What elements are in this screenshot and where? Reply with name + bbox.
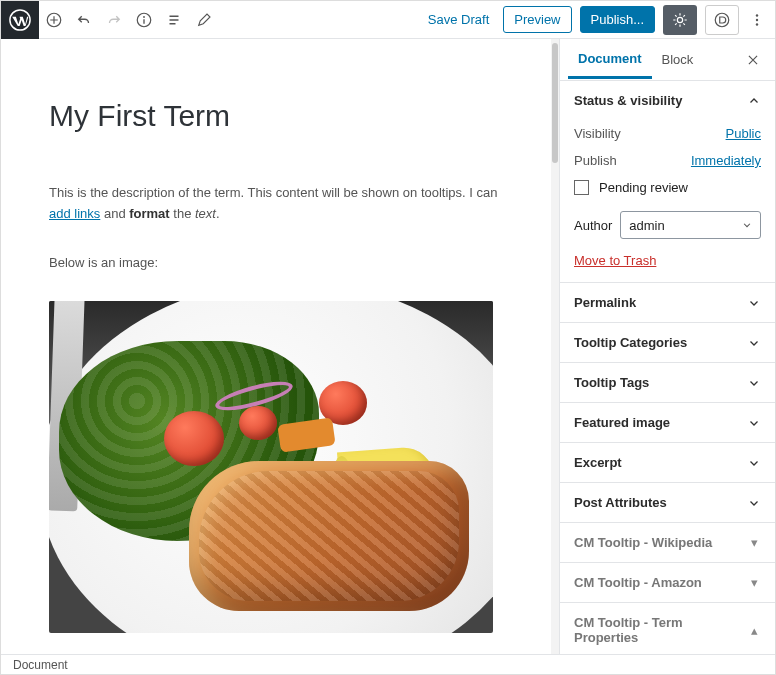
author-row: Author admin: [574, 201, 761, 239]
panel-toggle-status[interactable]: Status & visibility: [560, 81, 775, 120]
save-draft-button[interactable]: Save Draft: [422, 12, 495, 27]
chevron-down-icon: [742, 220, 752, 230]
visibility-label: Visibility: [574, 126, 621, 141]
svg-point-8: [756, 23, 758, 25]
move-to-trash-link[interactable]: Move to Trash: [574, 253, 656, 268]
list-icon: [165, 11, 183, 29]
text: the: [170, 206, 195, 221]
svg-point-4: [677, 17, 682, 22]
undo-button[interactable]: [69, 1, 99, 39]
chevron-down-icon: [747, 337, 761, 349]
chevron-down-icon: [747, 497, 761, 509]
visibility-row: Visibility Public: [574, 120, 761, 147]
panel-toggle-post-attributes[interactable]: Post Attributes: [560, 483, 775, 522]
info-icon: [135, 11, 153, 29]
panel-title: Tooltip Categories: [574, 335, 687, 350]
post-title[interactable]: My First Term: [49, 99, 503, 133]
publish-button[interactable]: Publish...: [580, 6, 655, 33]
panel-toggle-excerpt[interactable]: Excerpt: [560, 443, 775, 482]
pending-review-row: Pending review: [574, 174, 761, 201]
settings-sidebar: Document Block Status & visibility Visib…: [559, 39, 775, 654]
outline-button[interactable]: [159, 1, 189, 39]
wordpress-icon: [9, 9, 31, 31]
chevron-down-icon: [747, 297, 761, 309]
d-circle-icon: [713, 11, 731, 29]
link-add-links[interactable]: add links: [49, 206, 100, 221]
sidebar-scrollbar[interactable]: [551, 39, 559, 654]
breadcrumb-document: Document: [13, 658, 68, 672]
author-label: Author: [574, 218, 612, 233]
pending-review-checkbox[interactable]: [574, 180, 589, 195]
triangle-down-icon: ▾: [747, 535, 761, 550]
svg-point-6: [756, 14, 758, 16]
editor-canvas[interactable]: My First Term This is the description of…: [1, 39, 551, 654]
settings-button[interactable]: [663, 5, 697, 35]
panel-toggle-tooltip-tags[interactable]: Tooltip Tags: [560, 363, 775, 402]
ellipsis-vertical-icon: [748, 11, 766, 29]
top-toolbar: Save Draft Preview Publish...: [1, 1, 775, 39]
chevron-up-icon: [747, 95, 761, 107]
panel-title: Status & visibility: [574, 93, 682, 108]
panel-toggle-tooltip-categories[interactable]: Tooltip Categories: [560, 323, 775, 362]
footer-breadcrumb[interactable]: Document: [1, 654, 775, 674]
panel-toggle-cm-amazon[interactable]: CM Tooltip - Amazon▾: [560, 563, 775, 602]
publish-value[interactable]: Immediately: [691, 153, 761, 168]
panel-title: Excerpt: [574, 455, 622, 470]
close-icon: [746, 53, 760, 67]
triangle-down-icon: ▾: [747, 575, 761, 590]
info-button[interactable]: [129, 1, 159, 39]
pencil-icon: [195, 11, 213, 29]
redo-icon: [105, 11, 123, 29]
chevron-down-icon: [747, 417, 761, 429]
text: .: [216, 206, 220, 221]
panel-title: Post Attributes: [574, 495, 667, 510]
panel-toggle-permalink[interactable]: Permalink: [560, 283, 775, 322]
svg-point-5: [715, 13, 729, 27]
chevron-down-icon: [747, 377, 761, 389]
panel-toggle-cm-term-properties[interactable]: CM Tooltip - Term Properties▴: [560, 603, 775, 654]
visibility-value[interactable]: Public: [726, 126, 761, 141]
pending-review-label: Pending review: [599, 180, 688, 195]
close-sidebar-button[interactable]: [739, 46, 767, 74]
publish-row: Publish Immediately: [574, 147, 761, 174]
plugin-button[interactable]: [705, 5, 739, 35]
post-paragraph[interactable]: This is the description of the term. Thi…: [49, 183, 503, 225]
wp-logo[interactable]: [1, 1, 39, 39]
author-value: admin: [629, 218, 664, 233]
panel-title: CM Tooltip - Wikipedia: [574, 535, 712, 550]
tab-block[interactable]: Block: [652, 42, 704, 77]
bold-text: format: [129, 206, 169, 221]
panel-title: Tooltip Tags: [574, 375, 649, 390]
text: This is the description of the term. Thi…: [49, 185, 497, 200]
preview-button[interactable]: Preview: [503, 6, 571, 33]
plus-circle-icon: [45, 11, 63, 29]
sidebar-tabs: Document Block: [560, 39, 775, 81]
svg-point-3: [143, 16, 145, 18]
add-block-button[interactable]: [39, 1, 69, 39]
svg-point-7: [756, 18, 758, 20]
italic-text: text: [195, 206, 216, 221]
post-image-block[interactable]: [49, 301, 493, 633]
panel-title: Featured image: [574, 415, 670, 430]
panel-title: CM Tooltip - Amazon: [574, 575, 702, 590]
post-paragraph-2[interactable]: Below is an image:: [49, 253, 503, 274]
text: and: [100, 206, 129, 221]
panel-status-visibility: Status & visibility Visibility Public Pu…: [560, 81, 775, 283]
gear-icon: [671, 11, 689, 29]
toolbar-left: [1, 1, 219, 38]
triangle-up-icon: ▴: [747, 623, 761, 638]
chevron-down-icon: [747, 457, 761, 469]
publish-label: Publish: [574, 153, 617, 168]
more-menu-button[interactable]: [747, 1, 767, 39]
panel-title: CM Tooltip - Term Properties: [574, 615, 747, 645]
undo-icon: [75, 11, 93, 29]
redo-button[interactable]: [99, 1, 129, 39]
tab-document[interactable]: Document: [568, 41, 652, 79]
panel-title: Permalink: [574, 295, 636, 310]
edit-button[interactable]: [189, 1, 219, 39]
panel-toggle-featured-image[interactable]: Featured image: [560, 403, 775, 442]
toolbar-right: Save Draft Preview Publish...: [422, 1, 775, 38]
panel-toggle-cm-wikipedia[interactable]: CM Tooltip - Wikipedia▾: [560, 523, 775, 562]
author-select[interactable]: admin: [620, 211, 761, 239]
